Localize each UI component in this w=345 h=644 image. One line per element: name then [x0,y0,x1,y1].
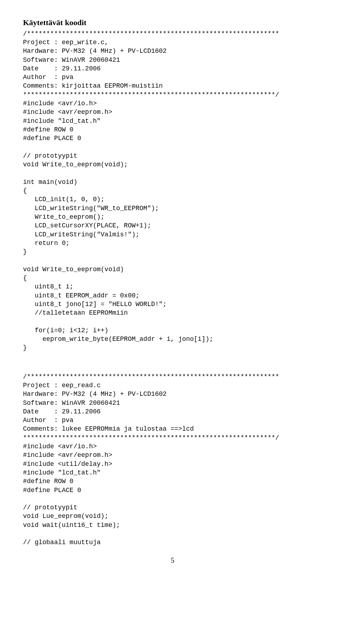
code-line: return 0; [23,240,70,247]
code-line: Software: WinAVR 20060421 [23,56,120,64]
code-line: /***************************************… [23,30,279,37]
code-line: #include <avr/io.h> [23,443,97,450]
code-line: #define PLACE 0 [23,135,81,142]
code-line: uint8_t jono[12] = "HELLO WORLD!"; [23,301,167,308]
code-line: uint8_t EEPROM_addr = 0x00; [23,292,139,299]
code-line: void wait(uint16_t time); [23,522,120,529]
code-line: #define PLACE 0 [23,487,81,494]
code-line: void Write_to_eeprom(void); [23,161,128,168]
code-line: ****************************************… [23,91,279,98]
code-line: void Lue_eeprom(void); [23,513,109,520]
code-line: } [23,344,27,351]
code-line: LCD_setCursorXY(PLACE, ROW+1); [23,222,151,229]
code-block-1: /***************************************… [23,29,322,352]
code-line: LCD_writeString("Valmis!"); [23,231,139,238]
code-line: #include <util/delay.h> [23,460,112,468]
code-line: #define ROW 0 [23,126,73,133]
section-heading: Käytettävät koodit [23,17,322,28]
code-line: ****************************************… [23,434,279,441]
code-line: Software: WinAVR 20060421 [23,399,120,407]
code-line: #include "lcd_tat.h" [23,469,101,476]
code-line: #include "lcd_tat.h" [23,117,101,125]
code-line: #include <avr/eeprom.h> [23,108,112,116]
code-line: Project : eep_write.c, [23,39,109,46]
code-line: Date : 29.11.2006 [23,65,101,72]
code-line: int main(void) [23,179,77,186]
code-line: #include <avr/eeprom.h> [23,451,112,459]
code-line: { [23,274,27,282]
code-line: Hardware: PV-M32 (4 MHz) + PV-LCD1602 [23,47,167,55]
code-line: LCD_init(1, 0, 0); [23,196,105,203]
code-line: eeprom_write_byte(EEPROM_addr + i, jono[… [23,335,213,343]
code-line: // globaali muuttuja [23,539,101,546]
code-line: Write_to_eeprom(); [23,213,105,221]
page-number: 5 [23,556,322,565]
code-line: Author : pva [23,74,73,81]
code-line: Comments: kirjoittaa EEPROM-muistiin [23,82,163,89]
code-line: // prototyypit [23,504,77,511]
code-line: Date : 29.11.2006 [23,408,101,415]
code-line: #define ROW 0 [23,478,73,485]
code-line: void Write_to_eeprom(void) [23,266,124,273]
code-line: Author : pva [23,417,73,424]
code-line: uint8_t i; [23,283,73,290]
code-line: /***************************************… [23,373,279,380]
code-line: LCD_writeString("WR_to_EEPROM"); [23,205,159,212]
code-line: for(i=0; i<12; i++) [23,327,109,334]
code-line: { [23,187,27,194]
code-line: Hardware: PV-M32 (4 MHz) + PV-LCD1602 [23,390,167,398]
code-line: Comments: lukee EEPROMmia ja tulostaa ==… [23,425,194,432]
code-line: // prototyypit [23,152,77,159]
code-line: Project : eep_read.c [23,382,101,389]
code-line: #include <avr/io.h> [23,100,97,107]
code-line: //talletetaan EEPROMmiin [23,309,128,316]
code-block-2: /***************************************… [23,372,322,547]
code-line: } [23,248,27,255]
